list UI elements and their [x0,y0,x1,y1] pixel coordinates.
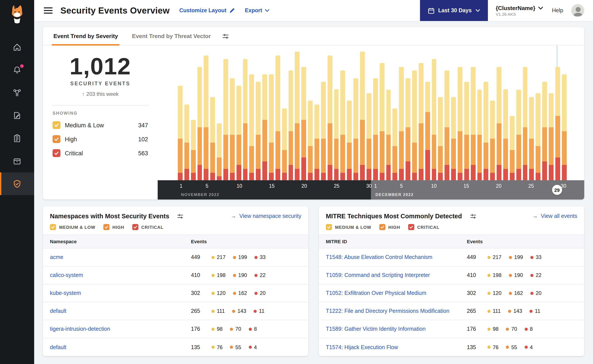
chart-settings-icon[interactable] [218,27,234,45]
chart-bar[interactable] [353,52,358,180]
chart-bar[interactable] [542,52,547,180]
date-range-button[interactable]: Last 30 Days [420,0,488,21]
chart-bar[interactable] [438,52,443,180]
row-link[interactable]: T1548: Abuse Elevation Control Mechanism [326,254,467,260]
chart-bar[interactable] [510,52,515,180]
chart-bar[interactable] [340,52,345,180]
chart-bar[interactable] [412,52,417,180]
chart-bar[interactable] [197,52,202,180]
chart-bar[interactable] [210,52,215,180]
calico-cat-logo[interactable] [0,0,34,28]
namespaces-settings-icon[interactable] [173,213,188,219]
menu-button[interactable] [42,5,54,16]
sidebar-item-policies[interactable] [0,104,34,127]
severity-filter-critical[interactable]: CRITICAL [132,224,163,230]
chart-bar[interactable] [529,52,534,180]
row-link[interactable]: default [50,344,191,350]
severity-filter-high[interactable]: HIGH [103,224,124,230]
chart-bar[interactable] [334,52,339,180]
chart-bar[interactable] [419,52,424,180]
chart-bar[interactable] [471,52,475,180]
chart-bar[interactable] [321,52,326,180]
row-link[interactable]: T1059: Command and Scripting Interpreter [326,272,467,278]
chart-bar[interactable] [366,52,371,180]
view-all-events-link[interactable]: → View all events [532,213,577,219]
severity-filter-medium-low[interactable]: MEDIUM & LOW [50,224,95,230]
chart-bar[interactable] [393,52,397,180]
export-menu-button[interactable]: Export [245,7,269,13]
chart-bar[interactable] [236,52,241,180]
chart-bar[interactable] [406,52,410,180]
chart-bar[interactable] [380,52,384,180]
chart-bar[interactable] [562,52,566,180]
chart-bar[interactable] [301,52,306,180]
chart-bar[interactable] [484,52,489,180]
sidebar-item-alerts[interactable] [0,59,34,81]
chart-bar[interactable] [555,52,560,180]
chart-bar[interactable] [295,52,300,180]
severity-checkbox[interactable] [53,149,60,157]
chart-bar[interactable] [191,52,196,180]
sidebar-item-home[interactable] [0,36,34,59]
chart-bar[interactable] [399,52,404,180]
row-link[interactable]: T1589: Gather Victim Identity Informatio… [326,326,467,332]
user-avatar[interactable] [571,4,584,17]
chart-bar[interactable] [204,52,209,180]
chart-bar[interactable] [523,52,527,180]
mitre-settings-icon[interactable] [465,213,481,219]
customize-layout-link[interactable]: Customize Layout [179,7,235,13]
chart-bar[interactable] [347,52,352,180]
chart-bar[interactable] [314,52,319,180]
chart-bar[interactable] [275,52,280,180]
tab-event-trend-by-threat-vector[interactable]: Event Trend by Threat Vector [125,27,218,45]
severity-filter-high[interactable]: HIGH [379,224,400,230]
chart-bar[interactable] [360,52,365,180]
severity-checkbox[interactable] [132,224,138,230]
chart-bar[interactable] [497,52,501,180]
chart-bar[interactable] [328,52,333,180]
severity-checkbox[interactable] [53,135,60,143]
severity-filter-medium-low[interactable]: MEDIUM & LOW [326,224,371,230]
chart-bar[interactable] [243,52,248,180]
cluster-selector[interactable]: {ClusterName} V1.26 AKS [496,5,543,16]
help-link[interactable]: Help [552,7,563,13]
severity-checkbox[interactable] [53,121,60,129]
severity-checkbox[interactable] [50,224,56,230]
severity-checkbox[interactable] [408,224,414,230]
chart-bar[interactable] [451,52,456,180]
sidebar-item-threat-defense[interactable] [0,172,34,195]
chart-bar[interactable] [458,52,462,180]
sidebar-item-workloads[interactable] [0,150,34,172]
row-link[interactable]: T1222: File and Directory Permissions Mo… [326,308,467,314]
chart-bar[interactable] [549,52,553,180]
row-link[interactable]: T1052: Exfiltration Over Physical Medium [326,290,467,296]
severity-checkbox[interactable] [326,224,332,230]
chart-bar[interactable] [256,52,261,180]
chart-bar[interactable] [269,52,274,180]
severity-filter-critical[interactable]: CRITICAL [408,224,439,230]
chart-bar[interactable] [223,52,228,180]
chart-bar[interactable] [490,52,495,180]
row-link[interactable]: calico-system [50,272,191,278]
selected-day-marker[interactable]: 29 [552,185,562,195]
chart-bar[interactable] [308,52,313,180]
chart-bar[interactable] [432,52,436,180]
severity-checkbox[interactable] [103,224,109,230]
severity-checkbox[interactable] [379,224,385,230]
chart-bar[interactable] [230,52,235,180]
row-link[interactable]: T1574: Hijack Execution Flow [326,344,467,350]
chart-bar[interactable] [516,52,521,180]
chart-bar[interactable] [178,52,183,180]
chart-bar[interactable] [373,52,378,180]
chart-bar[interactable] [184,52,189,180]
chart-bar[interactable] [503,52,508,180]
chart-bar[interactable] [262,52,267,180]
chart-bar[interactable] [282,52,287,180]
sidebar-item-compliance[interactable] [0,127,34,150]
sidebar-item-service-graph[interactable] [0,81,34,104]
row-link[interactable]: default [50,308,191,314]
chart-bar[interactable] [217,52,222,180]
chart-bar[interactable] [249,52,254,180]
row-link[interactable]: kube-system [50,290,191,296]
tab-event-trend-by-severity[interactable]: Event Trend by Severity [47,27,125,45]
